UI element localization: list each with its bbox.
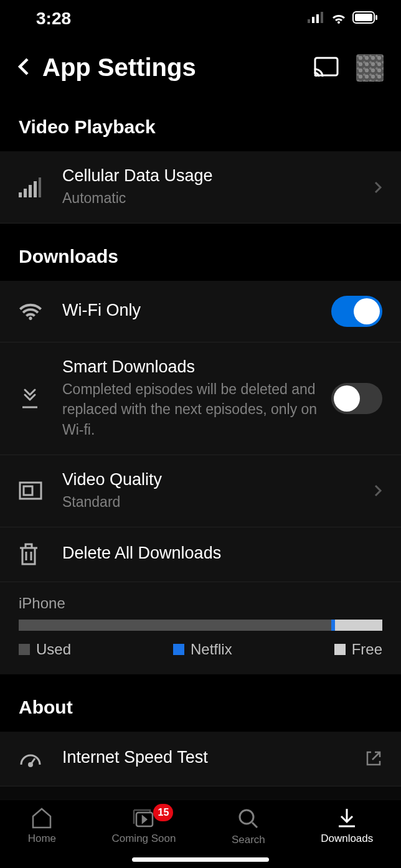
svg-rect-8 (19, 192, 22, 197)
svg-rect-1 (312, 17, 314, 23)
smart-downloads-icon (19, 387, 49, 410)
storage-bar (19, 620, 382, 631)
smart-downloads-toggle[interactable] (331, 383, 382, 414)
section-header-about: About (0, 674, 401, 732)
wifi-only-item: Wi-Fi Only (0, 281, 401, 342)
svg-rect-7 (315, 58, 337, 75)
svg-rect-9 (24, 189, 27, 197)
cellular-data-usage-item[interactable]: Cellular Data Usage Automatic (0, 151, 401, 224)
svg-rect-6 (375, 15, 377, 20)
cellular-data-subtitle: Automatic (62, 188, 366, 208)
status-icons (308, 11, 379, 26)
trash-icon (19, 543, 49, 565)
home-indicator[interactable] (132, 857, 269, 862)
smart-downloads-title: Smart Downloads (62, 357, 331, 377)
storage-device-label: iPhone (19, 595, 382, 612)
section-header-downloads: Downloads (0, 224, 401, 281)
internet-speed-test-item[interactable]: Internet Speed Test (0, 732, 401, 786)
chevron-right-icon (374, 484, 382, 498)
nav-downloads[interactable]: Downloads (321, 808, 373, 845)
battery-icon (352, 11, 379, 26)
nav-coming-soon[interactable]: 15 Coming Soon (111, 808, 176, 845)
status-bar: 3:28 (0, 0, 401, 35)
storage-section: iPhone Used Netflix Free (0, 582, 401, 674)
header: App Settings (0, 35, 401, 94)
external-link-icon (365, 750, 382, 767)
svg-rect-10 (29, 185, 32, 197)
chevron-right-icon (374, 181, 382, 194)
svg-rect-14 (24, 486, 32, 495)
svg-rect-11 (34, 181, 37, 197)
wifi-only-toggle[interactable] (331, 296, 382, 327)
svg-rect-5 (355, 14, 372, 21)
svg-rect-12 (39, 177, 41, 197)
speed-test-title: Internet Speed Test (62, 748, 357, 767)
legend-used: Used (19, 641, 71, 658)
coming-soon-badge: 15 (153, 804, 173, 821)
svg-rect-2 (316, 14, 319, 23)
delete-all-title: Delete All Downloads (62, 544, 382, 563)
wifi-only-title: Wi-Fi Only (62, 301, 331, 320)
gauge-icon (19, 750, 49, 767)
video-quality-item[interactable]: Video Quality Standard (0, 455, 401, 527)
cellular-data-title: Cellular Data Usage (62, 166, 366, 186)
page-title: App Settings (42, 54, 314, 82)
cellular-signal-icon (308, 12, 325, 26)
storage-legend: Used Netflix Free (19, 641, 382, 658)
nav-home[interactable]: Home (28, 808, 56, 845)
svg-rect-3 (321, 12, 323, 23)
privacy-policy-item[interactable]: Privacy Policy (0, 786, 401, 800)
video-quality-icon (19, 481, 49, 500)
cellular-bars-icon (19, 177, 49, 197)
back-button[interactable] (17, 57, 30, 79)
profile-avatar[interactable] (356, 54, 384, 82)
storage-bar-free (335, 620, 382, 631)
smart-downloads-subtitle: Completed episodes will be deleted and r… (62, 379, 331, 440)
nav-search[interactable]: Search (232, 808, 265, 846)
legend-netflix: Netflix (173, 641, 232, 658)
svg-rect-0 (308, 19, 310, 23)
delete-all-downloads-item[interactable]: Delete All Downloads (0, 527, 401, 582)
wifi-icon (330, 11, 347, 26)
wifi-icon (19, 303, 49, 320)
storage-bar-used (19, 620, 331, 631)
cast-button[interactable] (314, 57, 339, 79)
svg-point-17 (240, 810, 253, 824)
status-time: 3:28 (36, 9, 71, 29)
video-quality-subtitle: Standard (62, 492, 366, 512)
video-quality-title: Video Quality (62, 470, 366, 489)
section-header-video-playback: Video Playback (0, 94, 401, 151)
smart-downloads-item: Smart Downloads Completed episodes will … (0, 342, 401, 455)
legend-free: Free (334, 641, 382, 658)
